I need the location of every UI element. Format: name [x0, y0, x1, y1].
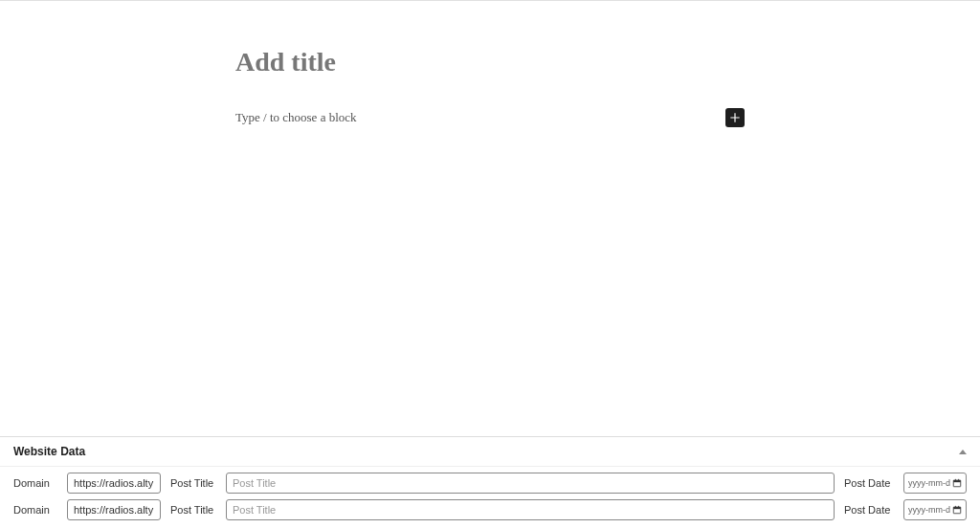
svg-rect-2 [955, 479, 956, 481]
add-block-button[interactable] [725, 108, 745, 127]
metabox-title: Website Data [13, 445, 85, 458]
post-title-input[interactable] [235, 47, 745, 77]
metabox-body: Domain Post Title Post Date yyyy-mm-d Do… [0, 467, 980, 528]
svg-rect-1 [953, 480, 961, 482]
editor-content: Type / to choose a block [235, 47, 745, 436]
collapse-icon[interactable] [959, 450, 967, 454]
post-date-input[interactable]: yyyy-mm-d [903, 473, 967, 494]
block-placeholder-text[interactable]: Type / to choose a block [235, 110, 357, 125]
website-data-metabox: Website Data Domain Post Title Post Date… [0, 436, 980, 528]
post-title-label: Post Title [170, 477, 216, 489]
calendar-icon [952, 478, 962, 488]
domain-input[interactable] [67, 499, 161, 520]
date-placeholder-text: yyyy-mm-d [908, 478, 950, 488]
post-title-label: Post Title [170, 504, 216, 516]
post-date-label: Post Date [844, 477, 894, 489]
meta-row: Domain Post Title Post Date yyyy-mm-d [13, 473, 967, 494]
svg-rect-5 [953, 507, 961, 509]
editor-area: Type / to choose a block [0, 1, 980, 436]
block-row: Type / to choose a block [235, 108, 745, 127]
post-date-label: Post Date [844, 504, 894, 516]
domain-label: Domain [13, 477, 57, 489]
plus-icon [728, 111, 742, 124]
post-date-input[interactable]: yyyy-mm-d [903, 499, 967, 520]
post-title-meta-input[interactable] [226, 473, 835, 494]
calendar-icon [952, 505, 962, 515]
domain-label: Domain [13, 504, 57, 516]
meta-row: Domain Post Title Post Date yyyy-mm-d [13, 499, 967, 520]
svg-rect-3 [958, 479, 959, 481]
post-title-meta-input[interactable] [226, 499, 835, 520]
svg-rect-7 [958, 506, 959, 508]
metabox-header[interactable]: Website Data [0, 437, 980, 467]
domain-input[interactable] [67, 473, 161, 494]
date-placeholder-text: yyyy-mm-d [908, 505, 950, 515]
svg-rect-6 [955, 506, 956, 508]
